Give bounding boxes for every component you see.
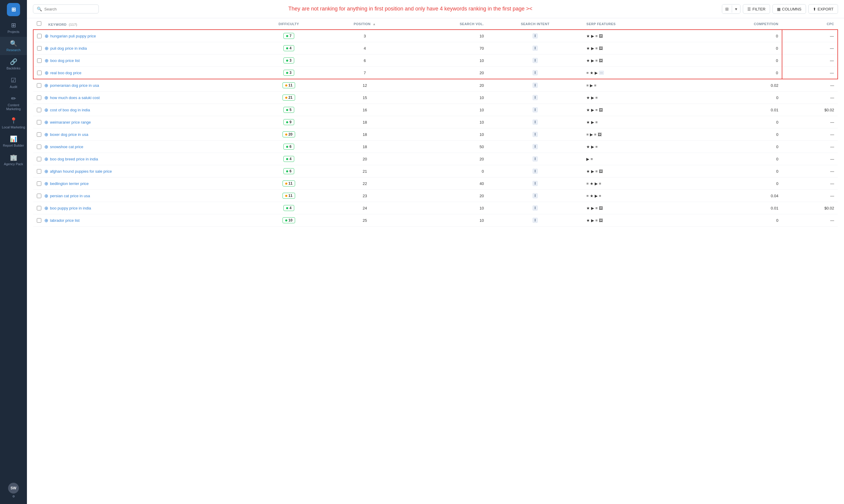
intent-badge: I: [533, 46, 538, 51]
cpc-value: —: [830, 194, 834, 198]
row-checkbox[interactable]: [37, 95, 41, 100]
avatar[interactable]: SW: [8, 483, 19, 493]
serp-icon: ★: [586, 34, 590, 38]
serp-icon: ▶: [591, 169, 594, 174]
row-checkbox[interactable]: [37, 169, 41, 174]
position-value: 18: [363, 132, 367, 137]
sidebar-item-backlinks[interactable]: 🔗 Backlinks: [0, 55, 27, 73]
row-checkbox[interactable]: [37, 157, 41, 161]
row-checkbox[interactable]: [37, 206, 41, 211]
intent-badge: I: [533, 144, 538, 149]
export-button[interactable]: ⬆ EXPORT: [808, 4, 838, 14]
sidebar-item-content-marketing[interactable]: ✏ Content Marketing: [0, 92, 27, 114]
search-volume-value: 70: [480, 46, 484, 51]
row-checkbox[interactable]: [37, 34, 41, 38]
agency-pack-icon: 🏢: [10, 154, 17, 161]
serp-icon: ★: [590, 181, 593, 186]
table-row: ⊕ labrador price list 10 25 10 I ★▶≡🖼 0: [33, 214, 838, 227]
search-box[interactable]: 🔍: [33, 4, 99, 14]
keyword-link[interactable]: snowshoe cat price: [50, 145, 83, 149]
row-checkbox[interactable]: [37, 108, 41, 112]
serp-icon: ▶: [591, 46, 594, 51]
row-checkbox[interactable]: [37, 218, 41, 223]
position-value: 4: [364, 46, 366, 51]
add-keyword-icon[interactable]: ⊕: [44, 156, 48, 162]
keyword-link[interactable]: cost of boo dog in india: [50, 108, 90, 112]
filter-button[interactable]: ☰ FILTER: [743, 4, 770, 14]
add-keyword-icon[interactable]: ⊕: [44, 218, 48, 223]
add-keyword-icon[interactable]: ⊕: [44, 83, 48, 88]
difficulty-dot: [285, 183, 287, 185]
keyword-link[interactable]: real boo dog price: [50, 71, 82, 75]
serp-more-icon: ···: [599, 71, 604, 75]
sidebar-item-report-builder[interactable]: 📊 Report Builder: [0, 132, 27, 150]
add-keyword-icon[interactable]: ⊕: [44, 144, 48, 150]
difficulty-dot: [286, 146, 288, 148]
keyword-link[interactable]: boo puppy price in india: [50, 206, 91, 211]
sidebar-item-audit[interactable]: ☑ Audit: [0, 74, 27, 92]
row-checkbox[interactable]: [37, 58, 41, 63]
add-keyword-icon[interactable]: ⊕: [44, 58, 49, 64]
sidebar-item-research[interactable]: 🔍 Research: [0, 37, 27, 55]
keyword-link[interactable]: persian cat price in usa: [50, 194, 90, 198]
row-checkbox[interactable]: [37, 120, 41, 125]
cpc-value: —: [830, 71, 834, 75]
row-checkbox[interactable]: [37, 145, 41, 149]
row-checkbox[interactable]: [37, 46, 41, 51]
keyword-link[interactable]: how much does a saluki cost: [50, 95, 100, 100]
table-row: ⊕ puli dog price in india 4 4 70 I ★▶≡🖼 …: [33, 42, 838, 54]
position-value: 22: [363, 181, 367, 186]
keyword-link[interactable]: boo dog price list: [50, 58, 79, 63]
add-keyword-icon[interactable]: ⊕: [44, 70, 49, 76]
view-toggle[interactable]: ⊞ ▾: [722, 4, 740, 14]
add-keyword-icon[interactable]: ⊕: [44, 95, 48, 101]
competition-value: 0.01: [771, 206, 778, 211]
add-keyword-icon[interactable]: ⊕: [44, 132, 48, 137]
keyword-count-badge: (117): [69, 23, 77, 26]
row-checkbox[interactable]: [37, 181, 41, 186]
row-checkbox[interactable]: [37, 194, 41, 198]
add-keyword-icon[interactable]: ⊕: [44, 46, 49, 51]
keyword-link[interactable]: pomeranian dog price in usa: [50, 83, 99, 88]
competition-value: 0: [776, 120, 778, 125]
difficulty-dot: [286, 47, 288, 49]
difficulty-badge: 9: [284, 119, 294, 125]
add-keyword-icon[interactable]: ⊕: [44, 205, 48, 211]
row-checkbox[interactable]: [37, 132, 41, 137]
sidebar-item-agency-pack[interactable]: 🏢 Agency Pack: [0, 151, 27, 169]
projects-icon: ⊞: [11, 21, 16, 29]
keyword-link[interactable]: boo dog breed price in india: [50, 157, 98, 161]
settings-label: ⚙: [12, 495, 15, 498]
intent-badge: I: [533, 107, 538, 112]
sidebar-item-projects[interactable]: ⊞ Projects: [0, 19, 27, 37]
add-keyword-icon[interactable]: ⊕: [44, 193, 48, 199]
keyword-link[interactable]: bedlington terrier price: [50, 181, 89, 186]
serp-icon: ▶: [591, 145, 594, 149]
serp-icon: 🖼: [599, 206, 603, 211]
sidebar-item-local-marketing[interactable]: 📍 Local Marketing: [0, 114, 27, 132]
cpc-value: —: [830, 46, 834, 51]
add-keyword-icon[interactable]: ⊕: [44, 168, 48, 174]
keyword-link[interactable]: weimaraner price range: [50, 120, 91, 125]
columns-button[interactable]: ▦ COLUMNS: [772, 4, 806, 14]
add-keyword-icon[interactable]: ⊕: [44, 33, 49, 39]
grid-view-button[interactable]: ⊞: [722, 4, 732, 14]
col-header-position[interactable]: POSITION ▲: [326, 18, 404, 30]
row-checkbox[interactable]: [37, 83, 41, 88]
add-keyword-icon[interactable]: ⊕: [44, 107, 48, 113]
keyword-link[interactable]: puli dog price in india: [50, 46, 87, 51]
competition-value: 0: [776, 58, 778, 63]
keyword-link[interactable]: hungarian puli puppy price: [50, 34, 96, 38]
keyword-link[interactable]: afghan hound puppies for sale price: [50, 169, 112, 174]
add-keyword-icon[interactable]: ⊕: [44, 120, 48, 125]
keyword-link[interactable]: labrador price list: [50, 218, 79, 223]
add-keyword-icon[interactable]: ⊕: [44, 181, 48, 186]
search-volume-value: 10: [480, 206, 484, 211]
keyword-link[interactable]: boxer dog price in usa: [50, 132, 88, 137]
row-checkbox[interactable]: [37, 71, 41, 75]
search-input[interactable]: [44, 7, 95, 11]
serp-features: ≡★▶···: [586, 71, 691, 75]
serp-icon: ▶: [586, 157, 589, 161]
chevron-down-button[interactable]: ▾: [732, 4, 740, 14]
select-all-checkbox[interactable]: [37, 21, 41, 26]
